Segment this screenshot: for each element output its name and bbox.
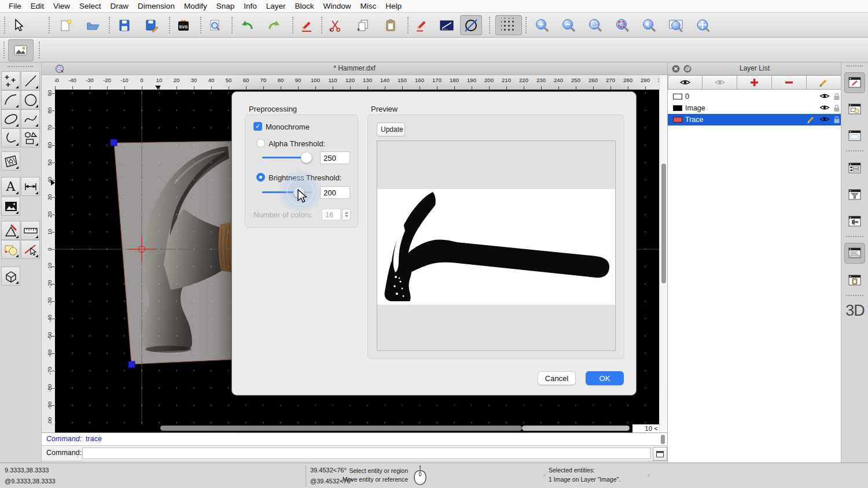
text-tool[interactable]: A: [1, 177, 20, 196]
menu-item[interactable]: View: [53, 2, 70, 10]
monochrome-checkbox[interactable]: ✓: [253, 122, 262, 131]
layer-row-trace[interactable]: Trace: [668, 114, 841, 125]
save-button[interactable]: [113, 15, 135, 35]
brightness-threshold-radio[interactable]: [256, 173, 265, 182]
layer-row-0[interactable]: 0: [668, 91, 841, 102]
view-list-toggle[interactable]: [844, 125, 865, 146]
horizontal-scrollbar-thumb[interactable]: [160, 426, 522, 431]
command-line-toggle[interactable]: [844, 243, 865, 264]
cancel-button[interactable]: Cancel: [538, 371, 576, 385]
vertical-scrollbar-thumb[interactable]: [661, 164, 666, 283]
update-button[interactable]: Update: [377, 123, 405, 136]
menu-item[interactable]: Block: [295, 2, 314, 10]
line-tool[interactable]: [21, 71, 40, 90]
cut-button[interactable]: [324, 15, 346, 35]
trim-tool-button[interactable]: [460, 15, 482, 35]
layer-visible-icon[interactable]: [819, 116, 830, 124]
save-as-button[interactable]: [141, 15, 163, 35]
command-window-toggle-button[interactable]: [653, 447, 667, 461]
points-tool[interactable]: [1, 71, 20, 90]
copy-button[interactable]: [352, 15, 374, 35]
arc-tool[interactable]: [1, 90, 20, 109]
edit-layer-button[interactable]: [807, 75, 841, 90]
zoom-pan-button[interactable]: [692, 15, 714, 35]
grid-toggle-button[interactable]: [495, 15, 522, 35]
select-arrow-button[interactable]: [7, 15, 29, 35]
ok-button[interactable]: OK: [586, 371, 624, 385]
brightness-threshold-input[interactable]: [320, 186, 350, 199]
block-list-toggle[interactable]: [844, 99, 865, 120]
remove-layer-button[interactable]: [772, 75, 807, 90]
select-entity-tool[interactable]: [21, 240, 40, 259]
shape-tool[interactable]: [21, 128, 40, 147]
measure-tool[interactable]: [21, 221, 40, 240]
menu-item[interactable]: Edit: [31, 2, 44, 10]
hatch-tool[interactable]: [1, 151, 20, 171]
zoom-in-button[interactable]: [531, 15, 553, 35]
3d-dock-label[interactable]: 3D: [841, 302, 868, 320]
layer-visible-icon[interactable]: [819, 93, 830, 101]
selection-handle[interactable]: [128, 361, 135, 368]
edit-pencil-button[interactable]: [296, 15, 318, 35]
zoom-out-button[interactable]: [558, 15, 580, 35]
menu-item[interactable]: Snap: [216, 2, 235, 10]
toolbar-drag-handle[interactable]: [8, 66, 33, 67]
hide-all-layers-button[interactable]: [703, 75, 737, 90]
menu-item[interactable]: Modify: [184, 2, 207, 10]
number-of-colors-input[interactable]: [322, 209, 341, 220]
library-browser-toggle[interactable]: [844, 211, 865, 232]
alpha-slider-handle[interactable]: [301, 152, 312, 163]
float-panel-icon[interactable]: [683, 65, 692, 75]
command-history[interactable]: Command: trace: [42, 432, 667, 446]
zoom-window-button[interactable]: [665, 15, 687, 35]
dock-drag-handle[interactable]: [847, 65, 863, 66]
block-tool[interactable]: [1, 240, 20, 259]
menu-item[interactable]: Window: [323, 2, 351, 10]
close-icon[interactable]: [672, 65, 680, 75]
zoom-selection-button[interactable]: [612, 15, 634, 35]
menu-item[interactable]: Select: [79, 2, 101, 10]
horizontal-scrollbar-track[interactable]: [522, 426, 630, 431]
menu-item[interactable]: Misc: [361, 2, 377, 10]
zoom-auto-button[interactable]: [584, 15, 606, 35]
add-layer-button[interactable]: [737, 75, 772, 90]
layer-list-toggle[interactable]: [844, 158, 865, 179]
modify-tool[interactable]: [1, 221, 20, 240]
menu-item[interactable]: Info: [244, 2, 257, 10]
print-preview-button[interactable]: [204, 15, 226, 35]
image-tool[interactable]: [1, 197, 20, 216]
draw-pencil-button[interactable]: [411, 15, 433, 35]
alpha-threshold-radio[interactable]: [256, 139, 265, 147]
circle-tool[interactable]: [21, 90, 40, 109]
clipboard-panel-toggle[interactable]: [844, 270, 865, 291]
menu-item[interactable]: Layer: [266, 2, 286, 10]
redo-button[interactable]: [263, 15, 285, 35]
spline-tool[interactable]: [21, 109, 40, 128]
menu-item[interactable]: File: [9, 2, 21, 10]
selection-filter-toggle[interactable]: [844, 184, 865, 205]
layer-visible-icon[interactable]: [819, 104, 830, 113]
dimension-tool[interactable]: [21, 177, 40, 196]
selection-handle[interactable]: [111, 139, 117, 146]
command-history-scrollbar-thumb[interactable]: [661, 435, 665, 444]
layer-lock-icon[interactable]: [833, 104, 840, 114]
property-editor-toggle[interactable]: [844, 72, 865, 93]
ellipse-tool[interactable]: [1, 109, 20, 128]
layer-edit-pencil-icon[interactable]: [807, 116, 816, 125]
insert-image-button[interactable]: [8, 39, 34, 61]
line-tool-button[interactable]: [436, 15, 458, 35]
hammer-photo[interactable]: [114, 141, 231, 364]
zoom-previous-button[interactable]: [638, 15, 660, 35]
svg-export-button[interactable]: SVG: [172, 15, 194, 35]
undo-button[interactable]: [236, 15, 258, 35]
number-of-colors-stepper[interactable]: [342, 209, 351, 220]
horizontal-scrollbar[interactable]: [55, 424, 632, 432]
command-input[interactable]: [82, 448, 651, 459]
layer-row-image[interactable]: Image: [668, 102, 841, 114]
alpha-threshold-input[interactable]: [320, 151, 350, 164]
layer-lock-icon[interactable]: [833, 93, 840, 102]
new-file-button[interactable]: [54, 15, 76, 35]
layer-lock-icon[interactable]: [833, 116, 840, 125]
menu-item[interactable]: Draw: [111, 2, 129, 10]
polyline-tool[interactable]: [1, 128, 20, 147]
